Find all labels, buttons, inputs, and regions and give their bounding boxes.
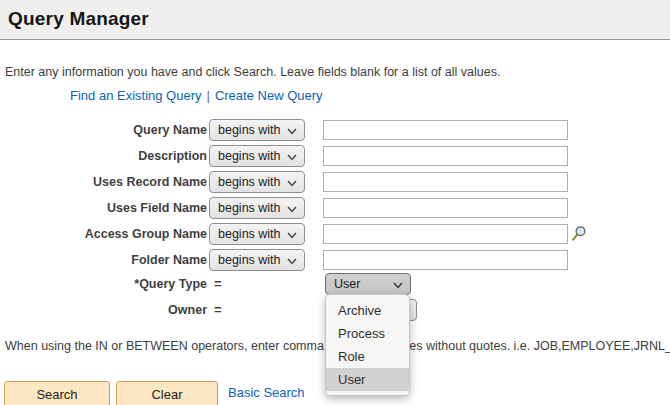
dropdown-option-process[interactable]: Process: [326, 322, 409, 345]
create-new-query-link[interactable]: Create New Query: [215, 88, 323, 103]
query-manager-page: Query Manager Enter any information you …: [0, 0, 670, 405]
query-type-selected-value: User: [334, 274, 360, 294]
page-header: Query Manager: [0, 0, 670, 40]
folder-name-operator-select[interactable]: begins with: [209, 249, 305, 271]
chevron-down-icon: [393, 282, 403, 289]
operator-value: begins with: [218, 146, 281, 166]
chevron-down-icon: [287, 232, 297, 239]
access-group-name-label: Access Group Name: [0, 223, 207, 245]
page-title: Query Manager: [8, 8, 149, 30]
description-label: Description: [0, 145, 207, 167]
folder-name-label: Folder Name: [0, 249, 207, 271]
query-type-dropdown-list: Archive Process Role User: [325, 294, 410, 396]
search-button[interactable]: Search: [4, 381, 110, 405]
uses-record-name-label: Uses Record Name: [0, 171, 207, 193]
query-type-label: *Query Type: [0, 273, 207, 295]
uses-field-name-input[interactable]: [323, 198, 568, 218]
chevron-down-icon: [287, 206, 297, 213]
query-name-operator-select[interactable]: begins with: [209, 119, 305, 141]
folder-name-input[interactable]: [323, 250, 568, 270]
access-group-name-operator-select[interactable]: begins with: [209, 223, 305, 245]
query-name-label: Query Name: [0, 119, 207, 141]
link-separator: |: [207, 88, 210, 103]
chevron-down-icon: [287, 258, 297, 265]
form-row-uses-field-name: Uses Field Name begins with: [0, 197, 670, 219]
uses-field-name-label: Uses Field Name: [0, 197, 207, 219]
owner-operator: =: [214, 299, 222, 321]
dropdown-option-user[interactable]: User: [326, 368, 409, 391]
nav-links: Find an Existing Query|Create New Query: [70, 88, 323, 103]
chevron-down-icon: [287, 180, 297, 187]
operator-value: begins with: [218, 224, 281, 244]
query-type-select[interactable]: User: [325, 273, 411, 295]
uses-field-name-operator-select[interactable]: begins with: [209, 197, 305, 219]
chevron-down-icon: [287, 154, 297, 161]
basic-search-link[interactable]: Basic Search: [228, 385, 305, 400]
form-row-folder-name: Folder Name begins with: [0, 249, 670, 271]
query-name-input[interactable]: [323, 120, 568, 140]
uses-record-name-operator-select[interactable]: begins with: [209, 171, 305, 193]
owner-label: Owner: [0, 299, 207, 321]
operator-value: begins with: [218, 172, 281, 192]
chevron-down-icon: [287, 128, 297, 135]
dropdown-option-role[interactable]: Role: [326, 345, 409, 368]
query-type-operator: =: [214, 273, 222, 295]
description-operator-select[interactable]: begins with: [209, 145, 305, 167]
magnifier-icon[interactable]: [571, 225, 588, 242]
dropdown-option-archive[interactable]: Archive: [326, 299, 409, 322]
form-row-uses-record-name: Uses Record Name begins with: [0, 171, 670, 193]
clear-button[interactable]: Clear: [116, 381, 218, 405]
form-row-query-type: *Query Type = User: [0, 273, 670, 295]
instructions-text: Enter any information you have and click…: [5, 65, 500, 79]
description-input[interactable]: [323, 146, 568, 166]
form-row-description: Description begins with: [0, 145, 670, 167]
form-row-query-name: Query Name begins with: [0, 119, 670, 141]
form-row-access-group-name: Access Group Name begins with: [0, 223, 670, 245]
uses-record-name-input[interactable]: [323, 172, 568, 192]
operator-value: begins with: [218, 250, 281, 270]
find-existing-query-link[interactable]: Find an Existing Query: [70, 88, 202, 103]
access-group-name-input[interactable]: [323, 224, 568, 244]
operator-value: begins with: [218, 198, 281, 218]
operator-value: begins with: [218, 120, 281, 140]
